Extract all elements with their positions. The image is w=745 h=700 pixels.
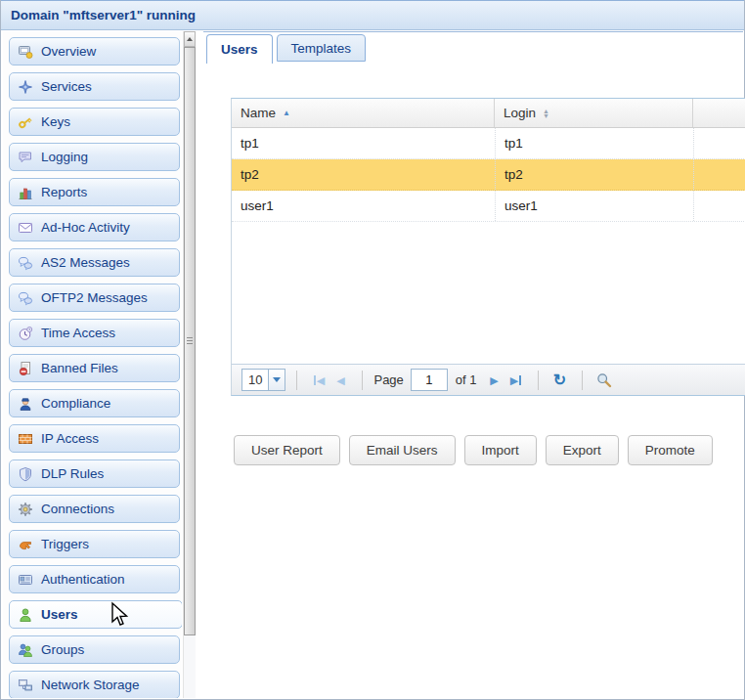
sidebar: Overview Services Keys Logging Reports A…: [3, 31, 182, 698]
column-header-name[interactable]: Name: [232, 99, 495, 127]
cell-empty: [693, 128, 745, 158]
cell-name: tp2: [232, 159, 495, 190]
export-button[interactable]: Export: [546, 435, 619, 465]
tab-users[interactable]: Users: [206, 34, 273, 64]
sidebar-item-reports[interactable]: Reports: [9, 178, 180, 206]
sidebar-item-oftp2-messages[interactable]: OFTP2 Messages: [9, 284, 180, 312]
sidebar-item-dlp-rules[interactable]: DLP Rules: [9, 459, 180, 488]
sidebar-item-label: Ad-Hoc Activity: [41, 220, 130, 235]
email-users-button[interactable]: Email Users: [349, 435, 456, 465]
sidebar-item-label: IP Access: [41, 431, 99, 446]
select-dropdown-button[interactable]: [268, 370, 285, 390]
sidebar-item-label: Overview: [41, 44, 96, 59]
app-window: Domain "mftserver1" running Overview Ser…: [0, 0, 745, 700]
sidebar-item-label: Groups: [41, 642, 84, 657]
sidebar-item-logging[interactable]: Logging: [9, 143, 180, 171]
prev-page-button[interactable]: [329, 370, 351, 391]
last-page-icon: [510, 372, 518, 387]
users-grid: Name Login tp1 tp1 tp2 tp2 user: [231, 98, 745, 396]
sidebar-item-network-storage[interactable]: Network Storage: [9, 671, 180, 698]
user-report-button[interactable]: User Report: [234, 435, 340, 465]
tab-label: Users: [221, 42, 258, 57]
button-label: Import: [482, 443, 519, 458]
refresh-button[interactable]: [549, 370, 571, 391]
speech-bubble-icon: [18, 150, 33, 165]
officer-icon: [18, 396, 33, 412]
toolbar-separator: [296, 371, 297, 390]
tab-label: Templates: [291, 41, 352, 56]
network-icon: [18, 678, 33, 693]
button-label: User Report: [251, 443, 323, 458]
last-page-button[interactable]: [505, 370, 527, 391]
sidebar-item-authentication[interactable]: Authentication: [9, 565, 180, 593]
sidebar-item-time-access[interactable]: Time Access: [9, 319, 180, 347]
shield-icon: [18, 466, 33, 482]
column-header-login[interactable]: Login: [495, 99, 693, 127]
scroll-up-button[interactable]: [184, 31, 196, 47]
sidebar-item-label: Services: [41, 79, 92, 94]
next-page-button[interactable]: [484, 370, 505, 391]
first-page-button[interactable]: [308, 370, 329, 391]
sidebar-item-triggers[interactable]: Triggers: [9, 530, 180, 558]
sidebar-item-connections[interactable]: Connections: [9, 495, 180, 523]
promote-button[interactable]: Promote: [628, 435, 713, 465]
sidebar-item-adhoc-activity[interactable]: Ad-Hoc Activity: [9, 213, 180, 241]
table-row-selected[interactable]: tp2 tp2: [232, 159, 745, 191]
grid-header: Name Login: [232, 99, 745, 128]
user-icon: [18, 607, 33, 623]
action-button-bar: User Report Email Users Import Export Pr…: [234, 435, 713, 465]
sidebar-item-label: Connections: [41, 502, 114, 516]
table-row[interactable]: tp1 tp1: [232, 128, 745, 159]
trigger-hand-icon: [18, 537, 33, 552]
sidebar-scrollbar[interactable]: [183, 31, 196, 698]
search-button[interactable]: [593, 370, 615, 391]
sidebar-item-label: Time Access: [41, 326, 115, 340]
chevron-up-icon: [187, 37, 193, 41]
sidebar-item-as2-messages[interactable]: AS2 Messages: [9, 248, 180, 277]
sidebar-item-services[interactable]: Services: [9, 72, 180, 101]
messages-icon: [18, 290, 33, 306]
page-size-value: 10: [242, 370, 268, 390]
sidebar-item-label: AS2 Messages: [41, 255, 130, 270]
toolbar-separator: [362, 371, 363, 390]
import-button[interactable]: Import: [464, 435, 537, 465]
cell-login: tp2: [495, 159, 693, 190]
window-titlebar: Domain "mftserver1" running: [1, 0, 744, 30]
sidebar-item-ip-access[interactable]: IP Access: [9, 424, 180, 453]
toolbar-separator: [538, 371, 539, 390]
sidebar-item-banned-files[interactable]: Banned Files: [9, 354, 180, 382]
first-page-icon: [317, 372, 325, 387]
sidebar-item-compliance[interactable]: Compliance: [9, 389, 180, 417]
services-icon: [18, 79, 33, 95]
sidebar-item-keys[interactable]: Keys: [9, 108, 180, 136]
main-panel: Users Templates Name Login tp1 tp1: [203, 31, 743, 698]
button-label: Email Users: [367, 443, 438, 458]
page-label: Page: [373, 372, 403, 387]
sidebar-item-users[interactable]: Users: [9, 600, 182, 629]
cell-name: user1: [232, 191, 495, 221]
grid-empty-area: [232, 222, 745, 364]
scrollbar-thumb[interactable]: [184, 47, 196, 635]
window-title: Domain "mftserver1" running: [11, 8, 196, 22]
scrollbar-grip-icon: [187, 337, 193, 345]
sidebar-item-label: OFTP2 Messages: [41, 290, 148, 305]
last-page-icon: [519, 375, 521, 385]
firewall-icon: [18, 431, 33, 447]
cell-empty: [693, 159, 745, 190]
page-size-select[interactable]: 10: [241, 369, 285, 391]
cell-login: tp1: [495, 128, 693, 158]
banned-file-icon: [18, 361, 33, 376]
first-page-icon: [314, 375, 316, 385]
next-page-icon: [490, 372, 498, 387]
tab-templates[interactable]: Templates: [277, 34, 367, 62]
column-label: Login: [504, 106, 536, 120]
overview-icon: [18, 44, 33, 60]
page-number-input[interactable]: [411, 369, 448, 391]
sidebar-item-overview[interactable]: Overview: [9, 37, 180, 66]
chevron-down-icon: [273, 377, 281, 382]
button-label: Promote: [645, 443, 695, 458]
sidebar-item-label: DLP Rules: [41, 466, 104, 481]
key-icon: [18, 114, 33, 130]
sidebar-item-groups[interactable]: Groups: [9, 635, 180, 664]
table-row[interactable]: user1 user1: [232, 191, 745, 222]
